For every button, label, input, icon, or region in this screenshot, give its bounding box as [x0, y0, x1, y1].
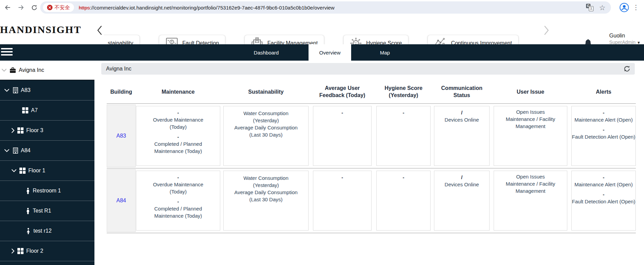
grid-icon: [22, 107, 28, 113]
table-header-row: Building Maintenance Sustainability Aver…: [94, 81, 644, 102]
security-badge-label: 不安全: [55, 4, 70, 11]
col-header-sustainability: Sustainability: [223, 81, 309, 102]
sidebar-item-test-r12[interactable]: test r12: [0, 221, 94, 241]
sustainability-cell: Water Consumption (Yesterday) Average Da…: [223, 106, 309, 166]
carousel-next-button[interactable]: [543, 25, 550, 35]
water-consumption-label: Water Consumption (Yesterday): [231, 174, 301, 189]
tab-dashboard[interactable]: Dashboard: [244, 44, 288, 61]
page: 不安全 https://commercialdev.iot.handinsigh…: [0, 0, 644, 265]
table-row: A83 - Overdue Maintenance (Today) - Comp…: [94, 104, 644, 168]
security-badge[interactable]: 不安全: [43, 3, 74, 12]
tab-map[interactable]: Map: [364, 44, 405, 61]
person-female-icon: [26, 228, 31, 234]
not-secure-icon: [47, 5, 53, 10]
sidebar-item-test-r1[interactable]: Test R1: [0, 201, 94, 221]
chevron-right-icon[interactable]: [11, 248, 15, 254]
building-icon: [13, 87, 18, 93]
open-issues-detail-label: Maintenance / Facility Management: [494, 115, 567, 130]
portfolio-title: Avigna Inc: [106, 66, 131, 72]
fault-detection-alert-value: -: [572, 126, 635, 133]
col-header-maintenance: Maintenance: [136, 81, 220, 102]
chevron-down-icon[interactable]: [4, 149, 10, 152]
fault-detection-alert-label: Fault Detection Alert (Open): [572, 133, 635, 140]
translate-wen: 文: [589, 6, 594, 11]
completed-planned-value: -: [136, 198, 220, 205]
carousel-prev-button[interactable]: [96, 25, 103, 35]
grid-icon: [17, 127, 24, 134]
chevron-left-icon: [96, 25, 103, 35]
hygiene-score-cell: -: [376, 106, 431, 166]
building-icon: [13, 147, 18, 154]
average-daily-consumption-label: Average Daily Consumption (Last 30 Days): [231, 124, 301, 138]
url-bar[interactable]: 不安全 https://commercialdev.iot.handinsigh…: [40, 1, 611, 14]
forward-arrow-icon: [18, 4, 25, 11]
browser-back-button[interactable]: [2, 2, 13, 13]
browser-forward-button[interactable]: [16, 2, 27, 13]
building-link[interactable]: A83: [116, 133, 126, 139]
sidebar-item-a84[interactable]: A84: [0, 141, 94, 161]
building-cell: A83: [107, 105, 136, 167]
url-text: https://commercialdev.iot.handinsight.ne…: [79, 5, 334, 11]
sidebar-item-restroom-1[interactable]: Restroom 1: [0, 181, 94, 201]
alerts-cell: - Maintenance Alert (Open) - Fault Detec…: [571, 106, 636, 166]
chevron-right-icon[interactable]: [11, 128, 15, 133]
overdue-maintenance-value: -: [136, 174, 220, 181]
chevron-down-icon[interactable]: [4, 89, 10, 92]
average-daily-consumption-label: Average Daily Consumption (Last 30 Days): [231, 189, 301, 203]
sidebar-item-floor-3[interactable]: Floor 3: [0, 121, 94, 141]
sidebar-item-a83[interactable]: A83: [0, 80, 94, 100]
devices-online-label: Devices Online: [434, 116, 489, 123]
browser-profile-icon[interactable]: [619, 3, 629, 12]
hamburger-menu-icon[interactable]: [1, 48, 13, 57]
col-header-hygiene-score: Hygiene Score (Yesterday): [376, 81, 431, 102]
chevron-down-icon: [1, 68, 7, 72]
sidebar-item-floor-2[interactable]: Floor 2: [0, 241, 94, 261]
bookmark-star-icon[interactable]: ☆: [599, 4, 605, 11]
back-arrow-icon: [4, 4, 11, 11]
feedback-value: -: [313, 174, 371, 181]
chevron-right-icon: [543, 25, 550, 35]
tab-overview[interactable]: Overview: [309, 44, 351, 61]
url-rest: ://commercialdev.iot.handinsight.net/mon…: [90, 5, 335, 11]
communication-status-cell: / Devices Online: [434, 171, 490, 231]
building-cell: A84: [107, 169, 136, 232]
fault-detection-alert-value: -: [572, 191, 635, 198]
browser-menu-kebab-icon[interactable]: ⋮: [633, 2, 639, 13]
completed-planned-label: Completed / Planned Maintenance (Today): [148, 140, 209, 155]
maintenance-alert-label: Maintenance Alert (Open): [572, 181, 635, 188]
chevron-down-icon[interactable]: [11, 169, 17, 172]
app-logo: HANDINSIGHT: [0, 24, 81, 35]
sidebar-item-avigna-inc[interactable]: Avigna Inc: [0, 61, 94, 80]
open-issues-detail-label: Maintenance / Facility Management: [494, 180, 567, 194]
sustainability-cell: Water Consumption (Yesterday) Average Da…: [223, 171, 309, 231]
sidebar-item-a7[interactable]: A7: [0, 100, 94, 121]
sidebar-item-label: A7: [31, 107, 38, 113]
fault-detection-alert-label: Fault Detection Alert (Open): [572, 198, 635, 205]
browser-chrome: 不安全 https://commercialdev.iot.handinsigh…: [0, 0, 644, 15]
sidebar-item-label: A83: [21, 87, 30, 93]
devices-online-label: Devices Online: [434, 181, 489, 188]
maintenance-cell: - Overdue Maintenance (Today) - Complete…: [136, 171, 220, 231]
feedback-value: -: [313, 109, 371, 116]
user-issue-cell: Open Issues Maintenance / Facility Manag…: [494, 106, 567, 166]
reload-icon: [31, 4, 38, 11]
sidebar-item-floor-1[interactable]: Floor 1: [0, 161, 94, 181]
browser-reload-button[interactable]: [29, 2, 40, 13]
overdue-maintenance-label: Overdue Maintenance (Today): [148, 116, 209, 130]
translate-icon[interactable]: G 文: [586, 4, 594, 11]
hygiene-value: -: [377, 174, 430, 181]
user-menu[interactable]: Guolin SuperAdmin▼: [609, 33, 641, 45]
open-issues-label: Open Issues: [494, 108, 567, 115]
grid-icon: [19, 168, 26, 174]
maintenance-alert-value: -: [572, 109, 635, 116]
refresh-icon[interactable]: [623, 65, 631, 73]
user-name: Guolin: [609, 33, 641, 39]
devices-online-value: /: [434, 109, 489, 116]
person-male-icon: [26, 188, 30, 194]
communication-status-cell: / Devices Online: [434, 106, 490, 166]
col-header-user-issue: User Issue: [494, 81, 567, 102]
overdue-maintenance-value: -: [136, 109, 220, 116]
grid-icon: [17, 248, 24, 254]
building-link[interactable]: A84: [116, 198, 126, 204]
table-row: A84 - Overdue Maintenance (Today) - Comp…: [94, 169, 644, 233]
